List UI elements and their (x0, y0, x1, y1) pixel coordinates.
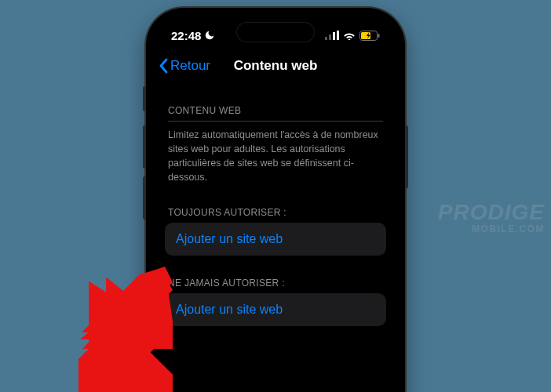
side-button (143, 125, 146, 169)
section-header-never-allow: NE JAMAIS AUTORISER : (165, 256, 386, 293)
section-header-always-allow: TOUJOURS AUTORISER : (165, 185, 386, 223)
svg-rect-1 (329, 34, 331, 40)
watermark: PRODIGE MOBILE.COM (438, 200, 545, 234)
back-button[interactable]: Retour (159, 58, 210, 74)
add-website-allow-button[interactable]: Ajouter un site web (165, 223, 386, 256)
svg-rect-0 (325, 37, 327, 40)
content: CONTENU WEB Limitez automatiquement l'ac… (152, 83, 399, 326)
nav-header: Retour Contenu web (152, 49, 399, 83)
svg-rect-2 (333, 32, 335, 40)
svg-rect-3 (337, 31, 339, 40)
screen: 22:48 Retour Contenu web CONTENU WEB Lim… (152, 14, 399, 392)
side-button (405, 125, 408, 188)
watermark-line1: PRODIGE (438, 200, 545, 225)
wifi-icon (343, 31, 356, 40)
battery-icon (359, 31, 380, 41)
add-website-block-button[interactable]: Ajouter un site web (165, 293, 386, 326)
side-button (143, 86, 146, 111)
section-header-web-content: CONTENU WEB (165, 83, 386, 121)
phone-frame: 22:48 Retour Contenu web CONTENU WEB Lim… (146, 8, 405, 392)
svg-marker-7 (78, 294, 157, 392)
svg-rect-6 (378, 34, 380, 38)
watermark-line2: MOBILE.COM (438, 223, 545, 234)
add-website-allow-label: Ajouter un site web (176, 232, 283, 245)
side-button (143, 176, 146, 220)
dynamic-island (236, 22, 315, 42)
svg-rect-11 (78, 368, 118, 392)
status-time: 22:48 (171, 29, 201, 42)
moon-icon (204, 30, 215, 41)
chevron-left-icon (159, 58, 168, 74)
add-website-block-label: Ajouter un site web (176, 303, 283, 316)
cellular-icon (325, 31, 339, 40)
back-label: Retour (170, 58, 210, 74)
page-title: Contenu web (234, 58, 318, 74)
section-description: Limitez automatiquement l'accès à de nom… (165, 122, 386, 185)
